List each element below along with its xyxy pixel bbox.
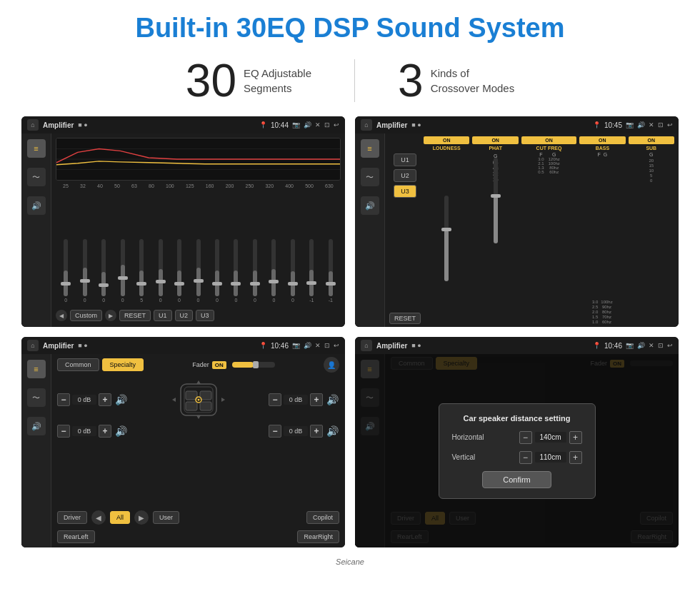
topbar-specialty: ⌂ Amplifier ■ ● 📍 10:46 📷 🔊 ✕ ⊡ ↩: [21, 337, 345, 354]
eq-next-btn[interactable]: ▶: [105, 310, 116, 321]
specialty-btn-row: Driver ◀ All ▶ User Copilot: [57, 509, 339, 526]
u1-btn[interactable]: U1: [394, 153, 416, 166]
topbar-icons-eq: 📍 10:44 📷 🔊 ✕ ⊡ ↩: [259, 121, 339, 129]
eq-u1-btn[interactable]: U1: [154, 310, 172, 321]
rear-right-plus[interactable]: +: [310, 425, 323, 438]
home-icon[interactable]: ⌂: [27, 119, 39, 131]
back-icon-4: ↩: [667, 342, 673, 349]
eq-slider-14: -1: [322, 239, 339, 303]
topbar-time-specialty: 10:46: [271, 342, 289, 350]
dialog-label-horizontal: Horizontal: [452, 433, 491, 441]
eq-u2-btn[interactable]: U2: [175, 310, 194, 321]
user-btn[interactable]: User: [153, 511, 179, 524]
rear-speaker-row: − 0 dB + 🔊 − 0 dB + 🔊: [57, 424, 339, 438]
svg-rect-8: [186, 402, 197, 410]
u3-btn[interactable]: U3: [394, 185, 416, 198]
eq-custom-btn[interactable]: Custom: [70, 310, 102, 321]
sidebar-vol-icon-2[interactable]: 🔊: [361, 196, 379, 215]
horizontal-minus-btn[interactable]: −: [519, 431, 532, 444]
all-btn[interactable]: All: [110, 511, 130, 524]
horizontal-ctrl: − 140cm +: [519, 431, 582, 444]
back-icon-2: ↩: [667, 121, 673, 128]
vertical-val: 110cm: [535, 452, 566, 463]
front-left-minus[interactable]: −: [57, 393, 70, 406]
cutfreq-on-badge: ON: [521, 136, 576, 144]
horizontal-plus-btn[interactable]: +: [569, 431, 582, 444]
bass-label: BASS: [596, 146, 609, 151]
svg-rect-7: [200, 391, 211, 400]
stat-crossover: 3 Kinds ofCrossover Modes: [355, 58, 557, 103]
stat-desc-eq: EQ AdjustableSegments: [244, 66, 311, 96]
x-icon: ✕: [315, 121, 321, 128]
sidebar-vol-icon-3[interactable]: 🔊: [27, 417, 46, 435]
crossover-layout: U1 U2 U3 RESET ON LOUDNESS: [389, 136, 674, 324]
stat-number-eq: 30: [186, 58, 236, 103]
eq-slider-6: 0: [171, 239, 188, 303]
arrow-left-icon: ◀: [91, 510, 106, 525]
copilot-btn[interactable]: Copilot: [306, 511, 339, 524]
profile-icon-btn[interactable]: 👤: [324, 357, 339, 373]
vertical-plus-btn[interactable]: +: [569, 451, 582, 464]
cross-col-cutfreq: ON CUT FREQ F 3.0 2.1 1.3 0.5: [521, 136, 576, 324]
sidebar-vol-icon[interactable]: 🔊: [27, 196, 46, 215]
eq-slider-13: -1: [303, 239, 320, 303]
sidebar-eq-icon-2[interactable]: ≡: [361, 139, 379, 158]
front-right-plus[interactable]: +: [310, 393, 323, 406]
svg-marker-13: [196, 415, 201, 419]
phat-slider[interactable]: [494, 158, 498, 243]
common-tab[interactable]: Common: [57, 358, 99, 371]
driver-btn[interactable]: Driver: [57, 511, 87, 524]
eq-slider-2: 0: [95, 239, 112, 303]
sidebar-wave-icon-3[interactable]: 〜: [27, 388, 46, 407]
eq-reset-btn[interactable]: RESET: [119, 310, 151, 321]
sidebar-eq-icon-3[interactable]: ≡: [27, 360, 46, 378]
front-right-speaker-icon: 🔊: [325, 393, 339, 407]
rear-left-ctrl: − 0 dB + 🔊: [57, 424, 128, 438]
topbar-dots-eq: ■ ●: [78, 121, 87, 128]
front-left-plus[interactable]: +: [99, 393, 111, 406]
crosshair-center: [170, 378, 227, 421]
confirm-button[interactable]: Confirm: [482, 471, 551, 488]
rear-right-speaker-icon: 🔊: [325, 424, 339, 438]
watermark: Seicane: [0, 555, 700, 566]
sidebar-eq-icon[interactable]: ≡: [27, 139, 46, 158]
stat-eq: 30 EQ AdjustableSegments: [143, 58, 354, 103]
u2-btn[interactable]: U2: [394, 169, 416, 182]
front-right-minus[interactable]: −: [269, 393, 281, 406]
dialog-row-vertical: Vertical − 110cm +: [452, 451, 582, 464]
home-icon-3[interactable]: ⌂: [27, 340, 39, 351]
eq-prev-btn[interactable]: ◀: [56, 310, 67, 321]
volume-icon: 🔊: [304, 121, 311, 128]
crossover-reset-btn[interactable]: RESET: [389, 313, 421, 324]
rear-right-minus[interactable]: −: [269, 425, 281, 438]
specialty-tab[interactable]: Specialty: [102, 358, 144, 371]
fader-slider[interactable]: [232, 362, 275, 368]
topbar-time-dialog: 10:46: [604, 342, 622, 350]
eq-slider-11: 0: [265, 239, 282, 303]
x-icon-3: ✕: [315, 342, 321, 349]
sidebar-crossover: ≡ 〜 🔊: [355, 133, 385, 327]
eq-slider-4: 5: [133, 239, 150, 303]
fader-on-badge: ON: [212, 361, 226, 369]
home-icon-4[interactable]: ⌂: [361, 340, 372, 351]
loudness-slider[interactable]: [444, 196, 449, 281]
eq-bottom-controls: ◀ Custom ▶ RESET U1 U2 U3: [56, 308, 341, 323]
rear-right-btn[interactable]: RearRight: [297, 530, 339, 543]
rear-left-btn[interactable]: RearLeft: [57, 530, 95, 543]
rear-left-minus[interactable]: −: [57, 425, 70, 438]
topbar-eq: ⌂ Amplifier ■ ● 📍 10:44 📷 🔊 ✕ ⊡ ↩: [21, 116, 345, 133]
eq-u3-btn[interactable]: U3: [196, 310, 214, 321]
x-icon-4: ✕: [649, 342, 654, 349]
topbar-time-crossover: 10:45: [604, 121, 622, 129]
home-icon-2[interactable]: ⌂: [361, 119, 372, 131]
sidebar-wave-icon-2[interactable]: 〜: [361, 168, 379, 186]
cross-col-loudness: ON LOUDNESS: [424, 136, 469, 324]
specialty-main: Common Specialty Fader ON 👤: [51, 354, 345, 547]
rear-right-ctrl: − 0 dB + 🔊: [269, 424, 339, 438]
rear-left-val: 0 dB: [72, 426, 96, 436]
svg-rect-9: [200, 402, 211, 410]
vertical-minus-btn[interactable]: −: [519, 451, 532, 464]
rear-left-plus[interactable]: +: [99, 425, 111, 438]
eq-graph: [56, 138, 341, 181]
sidebar-wave-icon[interactable]: 〜: [27, 168, 46, 186]
